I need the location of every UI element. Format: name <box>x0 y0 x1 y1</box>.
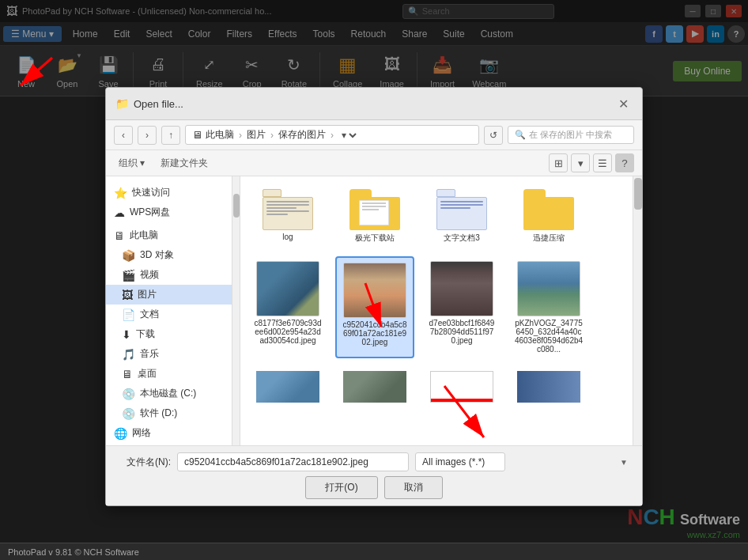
file-label-log: log <box>282 233 293 241</box>
up-button[interactable]: ↑ <box>161 126 180 145</box>
thumbnail-woman2 <box>430 261 493 316</box>
sidebar-label-desktop: 桌面 <box>138 367 157 380</box>
folder-icon-aurora <box>349 189 400 230</box>
path-dropdown[interactable]: ▾ <box>338 129 359 142</box>
folder-icon-textdoc <box>436 189 487 230</box>
drive-d-icon: 💿 <box>122 407 135 420</box>
filetype-select-wrapper: All images (*.*) ▼ <box>415 452 633 471</box>
file-label-aurora: 极光下载站 <box>355 233 395 244</box>
file-item-woman2[interactable]: d7ee03bbcf1f68497b28094dd511f970.jpeg <box>422 256 501 358</box>
search-path-text: 在 保存的图片 中搜索 <box>529 129 612 141</box>
filetype-dropdown[interactable]: All images (*.*) <box>415 452 505 471</box>
sidebar-scroll-thumb[interactable] <box>233 194 240 218</box>
sidebar-item-documents[interactable]: 📄 文档 <box>106 305 232 324</box>
sidebar-item-3d[interactable]: 📦 3D 对象 <box>106 245 232 265</box>
sidebar-scrollbar[interactable] <box>232 176 240 445</box>
file-item-log[interactable]: log <box>248 184 327 248</box>
view-detail-button[interactable]: ☰ <box>593 153 612 172</box>
file-area-scrollbar[interactable] <box>633 176 642 445</box>
file-item-partial1[interactable] <box>248 366 327 407</box>
sidebar-item-music[interactable]: 🎵 音乐 <box>106 344 232 364</box>
file-item-partial4[interactable] <box>509 366 588 407</box>
file-row-partial <box>248 366 623 407</box>
forward-button[interactable]: › <box>138 126 157 145</box>
file-item-compress[interactable]: 迅捷压缩 <box>509 184 588 248</box>
thumbnail-partial2 <box>343 371 406 403</box>
file-item-aurora[interactable]: 极光下载站 <box>335 184 414 248</box>
thumbnail-woman1 <box>343 263 406 318</box>
music-icon: 🎵 <box>122 348 135 361</box>
search-in-path[interactable]: 🔍 在 保存的图片 中搜索 <box>508 126 634 144</box>
file-scroll-thumb[interactable] <box>634 178 642 210</box>
new-folder-button[interactable]: 新建文件夹 <box>154 155 214 172</box>
filename-input[interactable] <box>177 452 409 471</box>
file-label-woman1: c952041ccb4a5c869f01a72ac181e902.jpeg <box>342 320 408 346</box>
sidebar-label-video: 视频 <box>140 268 159 282</box>
sidebar-item-network[interactable]: 🌐 网络 <box>106 423 232 443</box>
cancel-button-dialog[interactable]: 取消 <box>384 476 443 499</box>
sidebar-item-desktop[interactable]: 🖥 桌面 <box>106 364 232 384</box>
dialog-titlebar: 📁 Open file... ✕ <box>106 88 642 120</box>
filetype-dropdown-arrow: ▼ <box>620 458 628 467</box>
path-saved: 保存的图片 <box>278 128 326 142</box>
folder-icon-log <box>263 189 313 230</box>
path-sep-2: › <box>270 130 274 141</box>
navigation-bar: ‹ › ↑ 🖥 此电脑 › 图片 › 保存的图片 › ▾ ↺ 🔍 在 保存的图片… <box>106 120 642 150</box>
thumbnail-landscape <box>517 261 580 316</box>
file-grid: log <box>248 184 634 407</box>
sidebar-label-pictures: 图片 <box>138 288 157 301</box>
video-icon: 🎬 <box>122 269 135 282</box>
sidebar-item-quick-access[interactable]: ⭐ 快速访问 <box>106 183 232 202</box>
sidebar-item-downloads[interactable]: ⬇ 下载 <box>106 324 232 344</box>
sidebar-group-quick: ⭐ 快速访问 ☁ WPS网盘 <box>106 183 232 222</box>
path-bar[interactable]: 🖥 此电脑 › 图片 › 保存的图片 › ▾ <box>185 125 479 145</box>
sidebar-item-drive-d[interactable]: 💿 软件 (D:) <box>106 403 232 423</box>
network-icon: 🌐 <box>114 427 127 440</box>
drive-c-icon: 💿 <box>122 388 135 400</box>
view-dropdown-button[interactable]: ▾ <box>571 153 590 172</box>
thumbnail-partial1 <box>256 371 319 403</box>
sidebar-label-wps: WPS网盘 <box>130 206 170 219</box>
sidebar-label-drive-d: 软件 (D:) <box>140 407 177 420</box>
organize-button[interactable]: 组织 ▾ <box>114 155 149 172</box>
path-pictures: 图片 <box>247 128 266 142</box>
sidebar-label-this-pc: 此电脑 <box>130 229 158 242</box>
file-item-textdoc[interactable]: 文字文档3 <box>422 184 501 248</box>
refresh-button[interactable]: ↺ <box>484 126 503 145</box>
sidebar-item-drive-c[interactable]: 💿 本地磁盘 (C:) <box>106 384 232 403</box>
file-item-woman1[interactable]: c952041ccb4a5c869f01a72ac181e902.jpeg <box>335 256 414 358</box>
dialog-title-text: Open file... <box>134 98 183 110</box>
file-item-partial3[interactable] <box>422 366 501 407</box>
sidebar-item-pictures[interactable]: 🖼 图片 <box>106 285 232 305</box>
view-large-button[interactable]: ⊞ <box>549 153 568 172</box>
desktop-icon: 🖥 <box>122 368 133 380</box>
file-item-partial2[interactable] <box>335 366 414 407</box>
thumbnail-partial3 <box>430 371 493 403</box>
search-path-icon: 🔍 <box>515 130 526 140</box>
sidebar-item-wps[interactable]: ☁ WPS网盘 <box>106 202 232 222</box>
dialog-close-button[interactable]: ✕ <box>614 94 633 113</box>
dialog-bottom: 文件名(N): All images (*.*) ▼ 打开(O) 取消 <box>106 445 642 505</box>
help-dialog-button[interactable]: ? <box>615 153 634 172</box>
3d-icon: 📦 <box>122 249 135 262</box>
downloads-icon: ⬇ <box>122 328 131 341</box>
file-toolbar-left: 组织 ▾ 新建文件夹 <box>114 155 214 172</box>
folder-icon-compress <box>523 189 574 230</box>
sidebar-item-video[interactable]: 🎬 视频 <box>106 265 232 285</box>
sidebar-label-3d: 3D 对象 <box>140 248 174 262</box>
documents-icon: 📄 <box>122 308 135 321</box>
file-area[interactable]: log <box>240 176 642 445</box>
sidebar-label-quick-access: 快速访问 <box>132 186 170 199</box>
file-item-outdoor[interactable]: c8177f3e6709c93dee6d002e954a23dad30054cd… <box>248 256 327 358</box>
wps-icon: ☁ <box>114 206 125 219</box>
open-button-dialog[interactable]: 打开(O) <box>305 476 377 499</box>
back-button[interactable]: ‹ <box>114 126 133 145</box>
file-sidebar: ⭐ 快速访问 ☁ WPS网盘 🖥 此电脑 📦 3D 对象 <box>106 176 232 445</box>
sidebar-item-this-pc[interactable]: 🖥 此电脑 <box>106 225 232 245</box>
quick-access-icon: ⭐ <box>114 187 127 199</box>
file-label-woman2: d7ee03bbcf1f68497b28094dd511f970.jpeg <box>427 319 497 345</box>
path-computer: 此电脑 <box>206 128 234 142</box>
file-toolbar-right: ⊞ ▾ ☰ ? <box>549 153 634 172</box>
file-item-landscape[interactable]: pKZhVOGZ_347756450_632d44a40c4603e8f0594… <box>509 256 588 358</box>
path-sep-1: › <box>239 130 242 141</box>
